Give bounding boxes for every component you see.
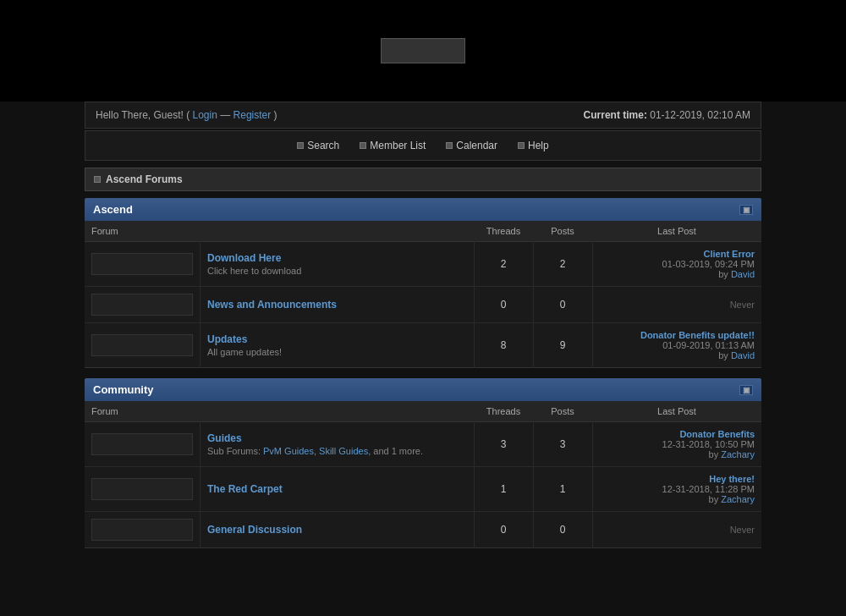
threads-col-header: Threads	[474, 401, 533, 422]
forum-info-cell: General Discussion	[201, 512, 475, 548]
last-post-title[interactable]: Donator Benefits	[679, 429, 755, 439]
last-post-by-line: by Zachary	[600, 449, 755, 459]
category-ascend-header: Ascend ▣	[85, 198, 761, 221]
last-post-title[interactable]: Hey there!	[709, 474, 755, 484]
threads-count: 1	[474, 467, 533, 512]
forum-icon-cell	[85, 287, 201, 323]
header-bar: Hello There, Guest! ( Login — Register )…	[85, 102, 761, 129]
forum-title-updates[interactable]: Updates	[207, 333, 247, 345]
last-post-time: 12-31-2018, 10:50 PM	[600, 439, 755, 449]
table-row: News and Announcements 0 0 Never	[85, 287, 761, 323]
forum-icon-cell	[85, 422, 201, 467]
last-post-author[interactable]: David	[731, 269, 755, 279]
last-post-by-line: by David	[600, 269, 755, 279]
table-row: Download Here Click here to download 2 2…	[85, 242, 761, 287]
threads-count: 8	[474, 323, 533, 368]
last-post-title[interactable]: Donator Benefits update!!	[640, 330, 755, 340]
table-header-row: Forum Threads Posts Last Post	[85, 221, 761, 242]
posts-count: 3	[533, 422, 592, 467]
forum-info-cell: Download Here Click here to download	[201, 242, 475, 287]
nav-calendar[interactable]: Calendar	[437, 136, 506, 155]
never-label: Never	[730, 525, 755, 535]
banner-area	[0, 0, 846, 102]
last-post-cell: Never	[592, 287, 761, 323]
forum-icon-cell	[85, 512, 201, 548]
posts-count: 2	[533, 242, 592, 287]
posts-count: 0	[533, 512, 592, 548]
threads-count: 3	[474, 422, 533, 467]
nav-memberlist[interactable]: Member List	[351, 136, 434, 155]
posts-count: 1	[533, 467, 592, 512]
category-community-header: Community ▣	[85, 378, 761, 401]
forum-icon-cell	[85, 242, 201, 287]
forum-icon-cell	[85, 467, 201, 512]
posts-count: 9	[533, 323, 592, 368]
forum-desc: All game updates!	[207, 347, 467, 357]
search-icon	[297, 142, 304, 149]
last-post-title[interactable]: Client Error	[703, 249, 755, 259]
last-post-time: 12-31-2018, 11:28 PM	[600, 484, 755, 494]
forum-title-red-carpet[interactable]: The Red Carpet	[207, 483, 283, 495]
forum-icon-cell	[85, 323, 201, 368]
last-post-by-line: by David	[600, 350, 755, 360]
last-post-author[interactable]: David	[731, 350, 755, 360]
login-link[interactable]: Login	[193, 109, 217, 121]
collapse-icon-community[interactable]: ▣	[739, 385, 753, 395]
banner-image	[381, 38, 465, 63]
forum-icon	[91, 294, 193, 316]
forum-icon	[91, 253, 193, 275]
last-post-author[interactable]: Zachary	[721, 494, 755, 504]
ascend-forum-table: Forum Threads Posts Last Post Download H…	[85, 221, 761, 368]
calendar-icon	[446, 142, 453, 149]
table-row: The Red Carpet 1 1 Hey there! 12-31-2018…	[85, 467, 761, 512]
forum-icon	[91, 478, 193, 500]
threads-col-header: Threads	[474, 221, 533, 242]
greeting-text: Hello There, Guest! ( Login — Register )	[96, 109, 277, 121]
last-post-cell: Donator Benefits 12-31-2018, 10:50 PM by…	[592, 422, 761, 467]
category-community-title: Community	[93, 383, 154, 396]
table-row: General Discussion 0 0 Never	[85, 512, 761, 548]
breadcrumb-icon	[94, 176, 101, 183]
nav-search[interactable]: Search	[288, 136, 348, 155]
lastpost-col-header: Last Post	[592, 221, 761, 242]
sub-forum-link-pvm[interactable]: PvM Guides	[263, 446, 314, 456]
forum-title-news[interactable]: News and Announcements	[207, 299, 337, 311]
threads-count: 0	[474, 287, 533, 323]
forum-info-cell: Updates All game updates!	[201, 323, 475, 368]
table-row: Updates All game updates! 8 9 Donator Be…	[85, 323, 761, 368]
nav-bar: Search Member List Calendar Help	[85, 130, 761, 161]
forum-icon	[91, 433, 193, 455]
never-label: Never	[730, 300, 755, 310]
sub-forum-link-skill[interactable]: Skill Guides	[319, 446, 368, 456]
forum-title-download-here[interactable]: Download Here	[207, 252, 281, 264]
posts-col-header: Posts	[533, 221, 592, 242]
last-post-by-line: by Zachary	[600, 494, 755, 504]
last-post-author[interactable]: Zachary	[721, 449, 755, 459]
last-post-cell: Donator Benefits update!! 01-09-2019, 01…	[592, 323, 761, 368]
forum-info-cell: The Red Carpet	[201, 467, 475, 512]
forum-icon	[91, 334, 193, 356]
current-time: Current time: 01-12-2019, 02:10 AM	[584, 109, 750, 121]
register-link[interactable]: Register	[233, 109, 272, 121]
forum-info-cell: News and Announcements	[201, 287, 475, 323]
forum-info-cell: Guides Sub Forums: PvM Guides, Skill Gui…	[201, 422, 475, 467]
breadcrumb: Ascend Forums	[85, 168, 761, 191]
nav-help[interactable]: Help	[509, 136, 558, 155]
last-post-cell: Never	[592, 512, 761, 548]
main-container: Hello There, Guest! ( Login — Register )…	[85, 102, 761, 575]
posts-count: 0	[533, 287, 592, 323]
table-row: Guides Sub Forums: PvM Guides, Skill Gui…	[85, 422, 761, 467]
members-icon	[360, 142, 366, 149]
forum-title-guides[interactable]: Guides	[207, 432, 242, 444]
forum-title-general[interactable]: General Discussion	[207, 524, 302, 536]
last-post-cell: Client Error 01-03-2019, 09:24 PM by Dav…	[592, 242, 761, 287]
table-header-row: Forum Threads Posts Last Post	[85, 401, 761, 422]
community-forum-table: Forum Threads Posts Last Post Guides Sub…	[85, 401, 761, 548]
lastpost-col-header: Last Post	[592, 401, 761, 422]
forum-col-header: Forum	[85, 401, 474, 422]
collapse-icon[interactable]: ▣	[739, 205, 753, 215]
threads-count: 0	[474, 512, 533, 548]
last-post-cell: Hey there! 12-31-2018, 11:28 PM by Zacha…	[592, 467, 761, 512]
forum-desc: Click here to download	[207, 266, 467, 276]
last-post-time: 01-09-2019, 01:13 AM	[600, 340, 755, 350]
